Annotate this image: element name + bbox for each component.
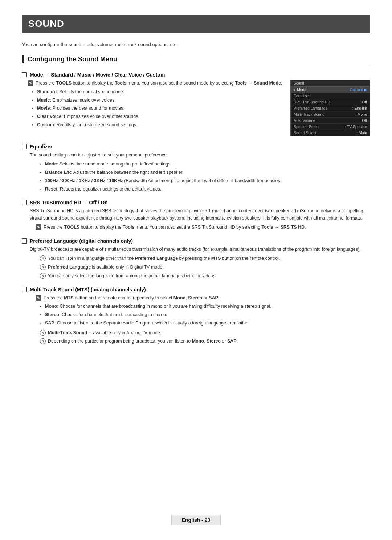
subsection-srs-title: SRS TruSurround HD → Off / On — [30, 200, 108, 205]
tv-row-speaker-label: Speaker Select — [294, 124, 319, 129]
subsection-srs-header: SRS TruSurround HD → Off / On — [22, 200, 370, 205]
subsection-equalizer: Equalizer The sound settings can be adju… — [22, 144, 370, 192]
note-icon-mts2: N — [40, 338, 46, 344]
subsection-mode-header: Mode → Standard / Music / Movie / Clear … — [22, 72, 370, 78]
lang-note1-text: You can listen in a language other than … — [48, 255, 280, 262]
eq-bullets: Mode: Selects the sound mode among the p… — [30, 161, 370, 192]
tv-row-soundsel-label: Sound Select — [294, 131, 316, 135]
checkbox-icon-eq — [22, 144, 27, 149]
lang-note2: N Preferred Language is available only i… — [30, 264, 370, 271]
eq-bullet-reset: Reset: Resets the equalizer settings to … — [40, 186, 370, 193]
srs-body-text: SRS TruSurround HD is a patented SRS tec… — [30, 208, 370, 222]
mode-text-col: ✎ Press the TOOLS button to display the … — [22, 80, 283, 136]
subsection-srs: SRS TruSurround HD → Off / On SRS TruSur… — [22, 200, 370, 231]
tv-menu-row-equalizer: Equalizer — [291, 93, 370, 99]
subsection-lang-title: Preferred Language (digital channels onl… — [30, 238, 133, 244]
srs-body: SRS TruSurround HD is a patented SRS tec… — [22, 208, 370, 231]
mts-bullets: Mono: Choose for channels that are broad… — [30, 303, 370, 326]
mode-bullet-music: Music: Emphasizes music over voices. — [32, 97, 283, 104]
subsection-mts-title: Multi-Track Sound (MTS) (analog channels… — [30, 287, 146, 292]
mode-bullets: Standard: Selects the normal sound mode.… — [22, 89, 283, 128]
srs-note-text: Press the TOOLS button to display the To… — [44, 224, 306, 231]
mode-bullet-movie: Movie: Provides the best sound for movie… — [32, 105, 283, 112]
page-title: SOUND — [28, 18, 364, 29]
tv-menu-screenshot: Sound ▸ Mode Custom ▶ Equalizer SRS TruS… — [290, 80, 370, 136]
subsection-mode-title: Mode → Standard / Music / Movie / Clear … — [30, 72, 165, 78]
eq-bullet-bandwidth: 100Hz / 300Hz / 1KHz / 3KHz / 10KHz (Ban… — [40, 177, 370, 184]
tv-row-eq-label: Equalizer — [294, 94, 310, 98]
checkbox-icon-mode — [22, 72, 27, 77]
subsection-mts: Multi-Track Sound (MTS) (analog channels… — [22, 287, 370, 345]
note-icon-lang1: N — [40, 255, 46, 261]
tv-row-srs-label: SRS TruSurround HD — [294, 100, 330, 104]
tv-row-srs-value: : Off — [360, 100, 367, 104]
mts-bullet-mono: Mono: Choose for channels that are broad… — [40, 303, 370, 310]
tv-menu-row-speaker: Speaker Select : TV Speaker — [291, 124, 370, 130]
tv-menu-row-mode: ▸ Mode Custom ▶ — [291, 87, 370, 93]
mts-note2: N Multi-Track Sound is available only in… — [30, 330, 370, 336]
subsection-eq-header: Equalizer — [22, 144, 370, 150]
eq-body-text: The sound settings can be adjusted to su… — [30, 152, 370, 159]
tv-menu-row-lang: Preferred Language : English — [291, 105, 370, 111]
tv-row-mts-value: : Mono — [355, 112, 367, 116]
section-title: Configuring the Sound Menu — [28, 56, 117, 63]
lang-note3-text: You can only select the language from am… — [48, 273, 218, 279]
tv-row-soundsel-value: : Main — [356, 131, 367, 135]
tv-row-mts-label: Multi-Track Sound — [294, 112, 324, 116]
subsection-mode: Mode → Standard / Music / Movie / Clear … — [22, 72, 370, 136]
lang-body: Digital-TV broadcasts are capable of sim… — [22, 246, 370, 279]
mts-note3: N Depending on the particular program be… — [30, 338, 370, 345]
mts-note1: ✎ Press the MTS button on the remote con… — [30, 295, 370, 302]
tv-row-lang-label: Preferred Language — [294, 106, 327, 110]
eq-bullet-balance: Balance L/R: Adjusts the balance between… — [40, 169, 370, 176]
eq-bullet-mode: Mode: Selects the sound mode among the p… — [40, 161, 370, 168]
mode-bullet-standard: Standard: Selects the normal sound mode. — [32, 89, 283, 95]
tv-menu-row-srs: SRS TruSurround HD : Off — [291, 99, 370, 105]
tv-menu-row-autovol: Auto Volume : Off — [291, 118, 370, 124]
lang-note3: N You can only select the language from … — [30, 273, 370, 279]
subsection-mts-header: Multi-Track Sound (MTS) (analog channels… — [22, 287, 370, 292]
section-heading: Configuring the Sound Menu — [22, 55, 370, 65]
footer-badge: English - 23 — [171, 515, 221, 525]
mts-bullet-stereo: Stereo: Choose for channels that are bro… — [40, 311, 370, 318]
mts-body: ✎ Press the MTS button on the remote con… — [22, 295, 370, 345]
tip-icon-mode: ✎ — [28, 80, 33, 86]
eq-body: The sound settings can be adjusted to su… — [22, 152, 370, 192]
note-icon-mts1: N — [40, 330, 46, 336]
srs-note1: ✎ Press the TOOLS button to display the … — [30, 224, 370, 231]
mode-note1-text: Press the TOOLS button to display the To… — [36, 80, 282, 87]
tv-row-speaker-value: : TV Speaker — [345, 124, 367, 129]
checkbox-icon-mts — [22, 287, 27, 292]
tv-menu-title: Sound — [291, 80, 370, 87]
note-icon-lang2: N — [40, 264, 46, 270]
subsection-lang-header: Preferred Language (digital channels onl… — [22, 238, 370, 244]
tv-menu-row-soundsel: Sound Select : Main — [291, 130, 370, 136]
tv-row-autovol-label: Auto Volume — [294, 118, 315, 123]
lang-body-text: Digital-TV broadcasts are capable of sim… — [30, 246, 370, 253]
tip-icon-srs: ✎ — [36, 224, 41, 230]
tip-icon-mts: ✎ — [36, 295, 41, 301]
tv-menu-row-mts: Multi-Track Sound : Mono — [291, 111, 370, 118]
tv-row-autovol-value: : Off — [360, 118, 367, 123]
mode-section-content: ✎ Press the TOOLS button to display the … — [22, 80, 370, 136]
page-title-bar: SOUND — [22, 15, 370, 33]
subsection-language: Preferred Language (digital channels onl… — [22, 238, 370, 279]
section-heading-bar — [22, 55, 24, 63]
mts-note2-text: Multi-Track Sound is available only in A… — [48, 330, 161, 336]
mode-bullet-clearvoice: Clear Voice: Emphasizes voice over other… — [32, 113, 283, 120]
tv-row-mode-label: ▸ Mode — [294, 87, 306, 92]
tv-row-mode-value: Custom ▶ — [350, 87, 367, 92]
tv-row-lang-value: : English — [352, 106, 367, 110]
checkbox-icon-lang — [22, 238, 27, 244]
mode-bullet-custom: Custom: Recalls your customized sound se… — [32, 122, 283, 128]
subsection-eq-title: Equalizer — [30, 144, 52, 150]
note-icon-lang3: N — [40, 273, 46, 279]
mode-note1: ✎ Press the TOOLS button to display the … — [22, 80, 283, 87]
mts-bullet-sap: SAP: Choose to listen to the Separate Au… — [40, 320, 370, 327]
lang-note2-text: Preferred Language is available only in … — [48, 264, 164, 271]
tv-menu-title-text: Sound — [294, 81, 304, 85]
checkbox-icon-srs — [22, 200, 27, 205]
intro-text: You can configure the sound mode, volume… — [22, 42, 370, 47]
lang-note1: N You can listen in a language other tha… — [30, 255, 370, 262]
mts-note3-text: Depending on the particular program bein… — [48, 338, 238, 345]
